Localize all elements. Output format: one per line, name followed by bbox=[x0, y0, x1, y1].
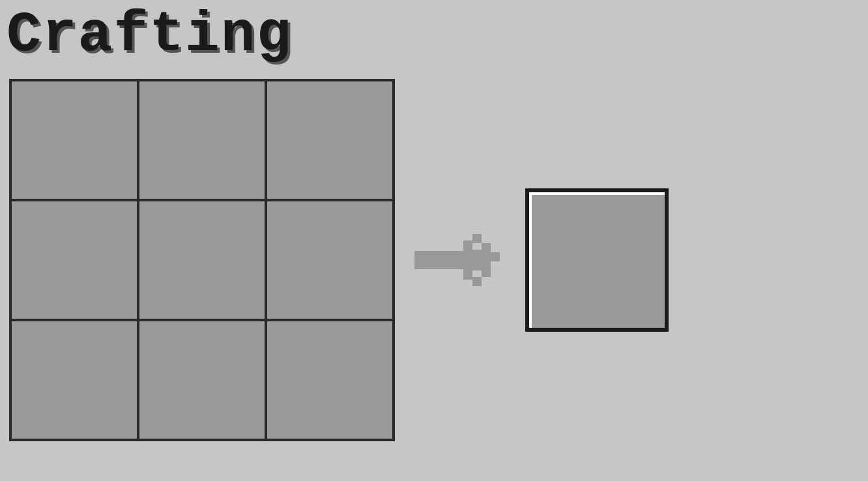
grid-cell-2-0[interactable] bbox=[12, 321, 137, 439]
grid-cell-0-0[interactable] bbox=[12, 81, 137, 199]
svg-rect-1 bbox=[463, 241, 472, 250]
svg-rect-6 bbox=[472, 277, 482, 286]
svg-rect-2 bbox=[472, 234, 482, 243]
result-slot-container bbox=[525, 188, 669, 332]
grid-cell-1-2[interactable] bbox=[267, 201, 392, 319]
svg-rect-8 bbox=[463, 250, 491, 270]
arrow-icon bbox=[414, 234, 506, 286]
svg-rect-4 bbox=[491, 252, 500, 261]
result-slot[interactable] bbox=[525, 188, 669, 332]
grid-cell-0-2[interactable] bbox=[267, 81, 392, 199]
grid-cell-2-1[interactable] bbox=[139, 321, 265, 439]
grid-cell-1-0[interactable] bbox=[12, 201, 137, 319]
arrow-container bbox=[395, 201, 525, 319]
grid-cell-0-1[interactable] bbox=[139, 81, 265, 199]
grid-cell-1-1[interactable] bbox=[139, 201, 265, 319]
crafting-area bbox=[9, 79, 669, 441]
svg-rect-7 bbox=[463, 270, 472, 280]
grid-cell-2-2[interactable] bbox=[267, 321, 392, 439]
crafting-arrow-icon bbox=[414, 234, 506, 286]
crafting-grid bbox=[9, 79, 395, 441]
svg-rect-0 bbox=[414, 251, 470, 269]
crafting-title: Crafting bbox=[7, 3, 292, 67]
